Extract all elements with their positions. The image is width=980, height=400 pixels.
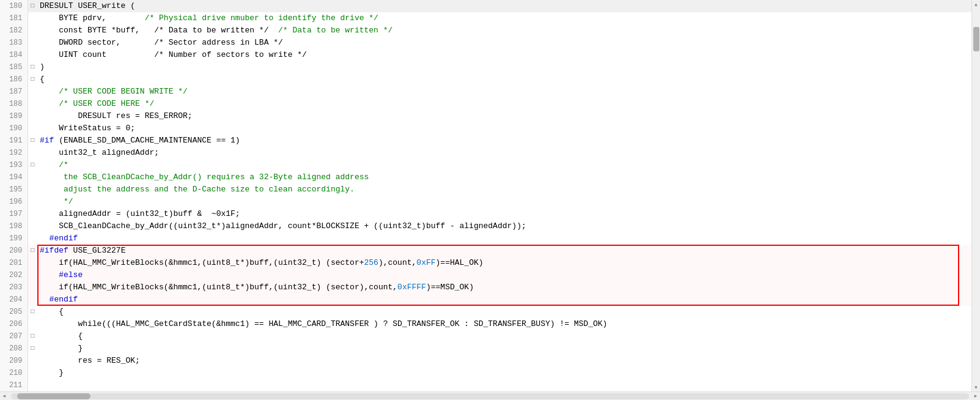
table-row: 203 if(HAL_MMC_WriteBlocks(&hmmc1,(uint8… [0, 281, 971, 294]
code-content: the SCB_CleanDCache_by_Addr() requires a… [37, 171, 971, 183]
line-number: 198 [0, 220, 28, 232]
code-content [37, 379, 971, 391]
code-content: alignedAddr = (uint32_t)buff & ~0x1F; [37, 208, 971, 220]
line-number: 200 [0, 245, 28, 257]
fold-indicator [28, 318, 37, 330]
fold-indicator [28, 269, 37, 281]
line-number: 184 [0, 49, 28, 61]
fold-indicator [28, 122, 37, 135]
table-row: 208□ } [0, 343, 971, 355]
line-number: 201 [0, 257, 28, 269]
table-row: 211 [0, 379, 971, 391]
code-content: { [37, 73, 971, 86]
code-content: if(HAL_MMC_WriteBlocks(&hmmc1,(uint8_t*)… [37, 257, 971, 269]
code-content: /* USER CODE HERE */ [37, 98, 971, 110]
fold-indicator[interactable]: □ [28, 0, 37, 12]
fold-indicator[interactable]: □ [28, 306, 37, 318]
fold-indicator [28, 196, 37, 208]
line-number: 188 [0, 98, 28, 110]
fold-indicator [28, 208, 37, 220]
line-number: 193 [0, 159, 28, 171]
code-content: DRESULT res = RES_ERROR; [37, 110, 971, 122]
table-row: 186□{ [0, 73, 971, 86]
line-number: 183 [0, 37, 28, 49]
fold-indicator [28, 110, 37, 122]
code-content: { [37, 306, 971, 318]
line-number: 208 [0, 343, 28, 355]
line-number: 191 [0, 135, 28, 147]
table-row: 182 const BYTE *buff, /* Data to be writ… [0, 24, 971, 37]
fold-indicator [28, 86, 37, 98]
table-row: 183 DWORD sector, /* Sector address in L… [0, 37, 971, 49]
code-content: /* USER CODE BEGIN WRITE */ [37, 86, 971, 98]
code-content: /* [37, 159, 971, 171]
fold-indicator [28, 171, 37, 183]
fold-indicator[interactable]: □ [28, 343, 37, 355]
line-number: 182 [0, 24, 28, 37]
line-number: 187 [0, 86, 28, 98]
table-row: 195 adjust the address and the D-Cache s… [0, 183, 971, 196]
fold-indicator [28, 367, 37, 379]
line-number: 192 [0, 147, 28, 159]
table-row: 187 /* USER CODE BEGIN WRITE */ [0, 86, 971, 98]
code-content: #endif [37, 294, 971, 306]
line-number: 194 [0, 171, 28, 183]
fold-indicator[interactable]: □ [28, 245, 37, 257]
table-row: 180□DRESULT USER_write ( [0, 0, 971, 12]
table-row: 209 res = RES_OK; [0, 355, 971, 367]
table-row: 197 alignedAddr = (uint32_t)buff & ~0x1F… [0, 208, 971, 220]
table-row: 205□ { [0, 306, 971, 318]
scroll-thumb-h[interactable] [17, 393, 90, 399]
code-content: res = RES_OK; [37, 355, 971, 367]
line-number: 195 [0, 183, 28, 196]
scroll-up-arrow[interactable]: ▲ [972, 0, 981, 9]
fold-indicator[interactable]: □ [28, 61, 37, 73]
scroll-left-arrow[interactable]: ◄ [0, 392, 9, 401]
vertical-scrollbar[interactable]: ▲ ▼ [971, 0, 980, 391]
fold-indicator[interactable]: □ [28, 73, 37, 86]
table-row: 207□ { [0, 330, 971, 343]
scroll-track-h[interactable] [11, 393, 969, 399]
code-content: SCB_CleanDCache_by_Addr((uint32_t*)align… [37, 220, 971, 232]
table-row: 191□#if (ENABLE_SD_DMA_CACHE_MAINTENANCE… [0, 135, 971, 147]
line-number: 199 [0, 232, 28, 245]
table-row: 210 } [0, 367, 971, 379]
fold-indicator [28, 49, 37, 61]
main-code-area[interactable]: 180□DRESULT USER_write (181 BYTE pdrv, /… [0, 0, 971, 391]
code-content: if(HAL_MMC_WriteBlocks(&hmmc1,(uint8_t*)… [37, 281, 971, 294]
code-content: uint32_t alignedAddr; [37, 147, 971, 159]
scroll-down-arrow[interactable]: ▼ [972, 383, 981, 391]
line-number: 196 [0, 196, 28, 208]
fold-indicator [28, 355, 37, 367]
fold-indicator [28, 257, 37, 269]
table-row: 190 WriteStatus = 0; [0, 122, 971, 135]
line-number: 190 [0, 122, 28, 135]
code-content: { [37, 330, 971, 343]
fold-indicator [28, 379, 37, 391]
fold-indicator[interactable]: □ [28, 330, 37, 343]
table-row: 185□) [0, 61, 971, 73]
scroll-track[interactable] [972, 9, 981, 383]
horizontal-scrollbar[interactable]: ◄ ► [0, 391, 980, 400]
table-row: 196 */ [0, 196, 971, 208]
scroll-right-arrow[interactable]: ► [971, 392, 980, 401]
line-number: 203 [0, 281, 28, 294]
code-content: #ifdef USE_GL3227E [37, 245, 971, 257]
line-number: 180 [0, 0, 28, 12]
editor-container: 180□DRESULT USER_write (181 BYTE pdrv, /… [0, 0, 980, 400]
code-content: DRESULT USER_write ( [37, 0, 971, 12]
fold-indicator[interactable]: □ [28, 135, 37, 147]
table-row: 193□ /* [0, 159, 971, 171]
code-content: BYTE pdrv, /* Physical drive nmuber to i… [37, 12, 971, 24]
code-content: ) [37, 61, 971, 73]
scroll-thumb[interactable] [973, 27, 979, 51]
table-row: 198 SCB_CleanDCache_by_Addr((uint32_t*)a… [0, 220, 971, 232]
fold-indicator[interactable]: □ [28, 159, 37, 171]
fold-indicator [28, 147, 37, 159]
line-number: 186 [0, 73, 28, 86]
table-row: 192 uint32_t alignedAddr; [0, 147, 971, 159]
table-row: 184 UINT count /* Number of sectors to w… [0, 49, 971, 61]
line-number: 181 [0, 12, 28, 24]
code-content: #else [37, 269, 971, 281]
code-content: } [37, 367, 971, 379]
